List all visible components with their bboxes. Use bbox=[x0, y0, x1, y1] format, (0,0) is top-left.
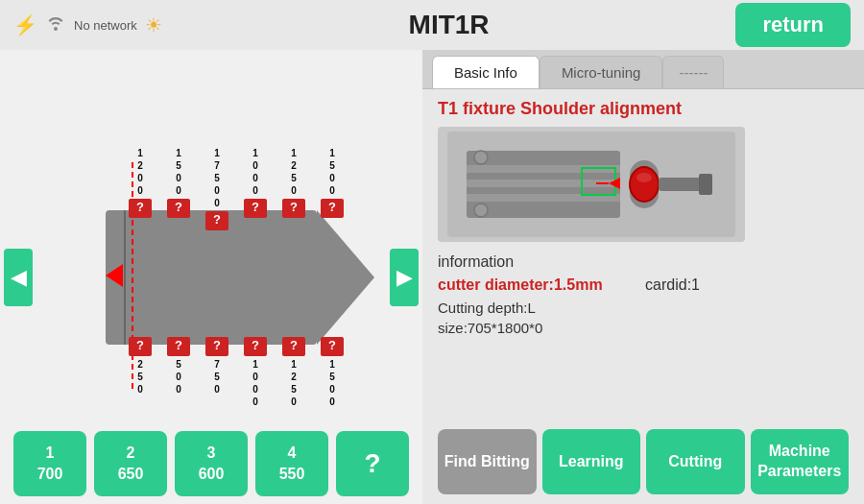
slot-button-4[interactable]: 4 550 bbox=[255, 431, 328, 496]
slot-button-1[interactable]: 1 700 bbox=[13, 431, 86, 496]
tabs-bar: Basic Info Micro-tuning ------ bbox=[422, 50, 864, 89]
arrow-right-button[interactable]: ▶ bbox=[390, 249, 419, 306]
action-buttons: Find Bitting Learning Cutting Machine Pa… bbox=[438, 421, 849, 494]
left-panel: ◀ ▶ bbox=[0, 50, 422, 504]
slot-buttons-row: 1 700 2 650 3 600 4 550 ? bbox=[0, 423, 422, 504]
slot-button-3[interactable]: 3 600 bbox=[175, 431, 248, 496]
svg-point-14 bbox=[474, 204, 488, 217]
header-left: ⚡ No network ☀ bbox=[13, 13, 162, 36]
tab-micro-tuning[interactable]: Micro-tuning bbox=[540, 56, 663, 88]
network-status: No network bbox=[74, 18, 137, 33]
tool-shape: 1200 ? 1500 ? 17500 ? 1000 ? bbox=[48, 143, 374, 412]
machine-parameters-button[interactable]: Machine Parameters bbox=[751, 429, 850, 494]
slot-button-2[interactable]: 2 650 bbox=[94, 431, 167, 496]
info-section: information cutter diameter:1.5mm cardid… bbox=[438, 253, 849, 340]
size-row: size:705*1800*0 bbox=[438, 320, 849, 336]
fixture-title: T1 fixture Shoulder alignment bbox=[438, 99, 849, 119]
fixture-diagram-svg bbox=[447, 132, 735, 237]
return-button[interactable]: return bbox=[735, 3, 851, 47]
cardid-text: cardid:1 bbox=[645, 276, 700, 293]
info-cutter-row: cutter diameter:1.5mm cardid:1 bbox=[438, 276, 849, 294]
cutting-button[interactable]: Cutting bbox=[646, 429, 745, 494]
fixture-image bbox=[438, 127, 745, 242]
tab-basic-info[interactable]: Basic Info bbox=[432, 56, 540, 88]
cutter-diameter-text: cutter diameter:1.5mm bbox=[438, 276, 603, 293]
find-bitting-button[interactable]: Find Bitting bbox=[438, 429, 537, 494]
svg-point-17 bbox=[636, 173, 652, 182]
svg-point-13 bbox=[474, 151, 488, 164]
info-section-label: information bbox=[438, 253, 849, 271]
tab-dash: ------ bbox=[662, 56, 724, 88]
slot-button-question[interactable]: ? bbox=[336, 431, 409, 496]
header: ⚡ No network ☀ MIT1R return bbox=[0, 0, 864, 50]
right-panel: Basic Info Micro-tuning ------ T1 fixtur… bbox=[422, 50, 864, 504]
bottom-numbers: ? 250 ? 500 ? 750 ? 100 0 bbox=[121, 335, 351, 408]
learning-button[interactable]: Learning bbox=[542, 429, 641, 494]
right-content: T1 fixture Shoulder alignment bbox=[422, 89, 864, 504]
sun-icon: ☀ bbox=[145, 13, 162, 36]
svg-point-16 bbox=[630, 167, 659, 202]
svg-rect-19 bbox=[699, 174, 712, 195]
tool-diagram: 1200 ? 1500 ? 17500 ? 1000 ? bbox=[29, 105, 394, 450]
main-layout: ◀ ▶ bbox=[0, 50, 864, 504]
cutting-depth-row: Cutting depth:L bbox=[438, 300, 849, 316]
wifi-icon bbox=[45, 15, 66, 35]
top-numbers: 1200 ? 1500 ? 17500 ? 1000 ? bbox=[121, 147, 351, 232]
page-title: MIT1R bbox=[162, 10, 736, 40]
power-icon: ⚡ bbox=[13, 13, 37, 36]
